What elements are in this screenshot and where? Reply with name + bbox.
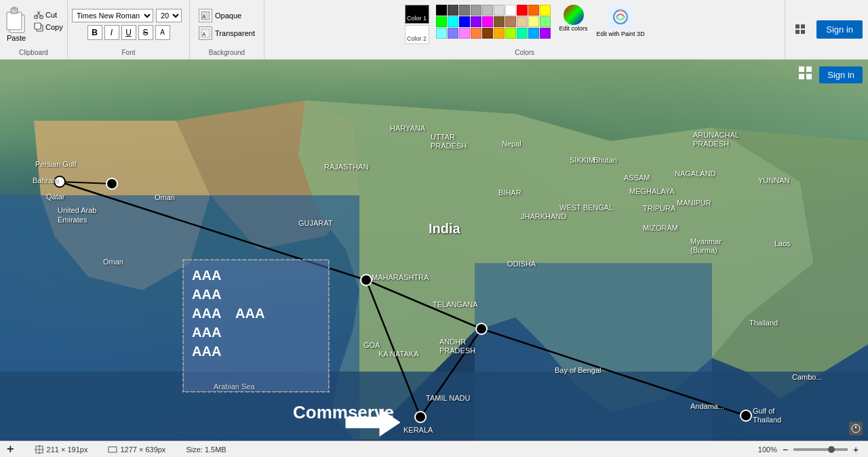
text-outline-button[interactable]: A bbox=[155, 25, 170, 40]
svg-rect-52 bbox=[108, 447, 117, 452]
color-swatch[interactable] bbox=[528, 28, 539, 39]
color-swatch[interactable] bbox=[528, 5, 539, 16]
compass-icon bbox=[851, 424, 861, 433]
color-swatch[interactable] bbox=[471, 5, 481, 16]
svg-rect-19 bbox=[795, 30, 800, 34]
font-size-select[interactable]: 20 bbox=[156, 9, 182, 22]
edit-colors-icon bbox=[564, 5, 584, 25]
color-swatch[interactable] bbox=[482, 5, 493, 16]
color-swatch[interactable] bbox=[471, 16, 481, 27]
bold-button[interactable]: B bbox=[87, 25, 102, 40]
svg-text:A: A bbox=[202, 31, 206, 37]
crosshair-symbol: + bbox=[7, 442, 14, 456]
svg-rect-43 bbox=[799, 66, 804, 72]
opaque-button[interactable]: A Opaque bbox=[196, 7, 258, 24]
zoom-in-button[interactable]: + bbox=[850, 444, 861, 455]
svg-rect-1 bbox=[7, 12, 22, 30]
cursor-pos-icon bbox=[35, 445, 44, 454]
svg-rect-14 bbox=[608, 5, 633, 29]
toolbar: Paste Cut Copy bbox=[0, 0, 868, 60]
zoom-controls: 100% − + bbox=[758, 444, 861, 455]
scissors-icon bbox=[34, 10, 43, 20]
paint3d-icon bbox=[608, 5, 633, 29]
map-background bbox=[0, 60, 868, 441]
paste-icon bbox=[4, 7, 28, 34]
cut-button[interactable]: Cut bbox=[33, 9, 64, 20]
color-swatch[interactable] bbox=[436, 28, 447, 39]
paste-button[interactable]: Paste bbox=[4, 7, 28, 42]
copy-icon bbox=[34, 22, 43, 32]
color-swatch[interactable] bbox=[494, 16, 505, 27]
transparent-icon: A bbox=[199, 26, 212, 40]
color-swatch[interactable] bbox=[459, 16, 470, 27]
dimensions-icon bbox=[108, 445, 117, 454]
clipboard-section: Paste Cut Copy bbox=[0, 0, 68, 59]
copy-button[interactable]: Copy bbox=[33, 22, 64, 33]
svg-rect-44 bbox=[806, 66, 812, 72]
color-swatch[interactable] bbox=[494, 5, 505, 16]
color-swatch[interactable] bbox=[482, 16, 493, 27]
svg-rect-20 bbox=[801, 30, 805, 34]
compass-button[interactable] bbox=[849, 422, 863, 435]
underline-button[interactable]: U bbox=[121, 25, 136, 40]
cursor-position: 211 × 191px bbox=[35, 445, 88, 454]
background-section: A Opaque A Transparent Background bbox=[190, 0, 264, 59]
color-swatch[interactable] bbox=[436, 16, 447, 27]
color-swatch[interactable] bbox=[540, 16, 551, 27]
zoom-out-button[interactable]: − bbox=[780, 444, 791, 455]
color-swatch[interactable] bbox=[517, 16, 528, 27]
map-top-right: Sign in bbox=[797, 65, 863, 84]
file-size: Size: 1.5MB bbox=[186, 445, 226, 454]
map-area: Persian Gulf Bahrain Qatar United ArabEm… bbox=[0, 60, 868, 441]
color1-box[interactable]: Color 1 bbox=[405, 5, 429, 24]
color-swatch[interactable] bbox=[540, 5, 551, 16]
color-swatch[interactable] bbox=[459, 5, 470, 16]
svg-rect-45 bbox=[799, 74, 804, 79]
color-swatch[interactable] bbox=[540, 28, 551, 39]
color-swatch[interactable] bbox=[505, 28, 516, 39]
edit-paint3d-button[interactable]: Edit with Paint 3D bbox=[597, 5, 645, 37]
color-swatch[interactable] bbox=[459, 28, 470, 39]
apps-grid-map-button[interactable] bbox=[797, 65, 814, 84]
strikethrough-button[interactable]: S bbox=[138, 25, 153, 40]
color-swatch[interactable] bbox=[494, 28, 505, 39]
color-swatch[interactable] bbox=[448, 5, 458, 16]
colors-section: Color 1 Color 2 Edit colors bbox=[264, 0, 785, 59]
grid-map-icon bbox=[797, 65, 814, 81]
zoom-slider[interactable] bbox=[793, 448, 848, 451]
svg-rect-9 bbox=[35, 23, 41, 29]
svg-marker-48 bbox=[855, 425, 857, 429]
color-swatch[interactable] bbox=[436, 5, 447, 16]
svg-rect-18 bbox=[801, 24, 805, 28]
color-swatch[interactable] bbox=[482, 28, 493, 39]
italic-button[interactable]: I bbox=[104, 25, 119, 40]
color-swatch[interactable] bbox=[471, 28, 481, 39]
color-swatches bbox=[436, 5, 551, 39]
svg-text:A: A bbox=[202, 14, 206, 20]
zoom-thumb bbox=[828, 446, 835, 453]
apps-grid-button[interactable] bbox=[791, 20, 811, 40]
font-name-select[interactable]: Times New Roman bbox=[72, 9, 153, 22]
image-dimensions: 1277 × 639px bbox=[108, 445, 165, 454]
statusbar: + 211 × 191px 1277 × 639px Size: 1.5MB 1… bbox=[0, 441, 868, 457]
edit-colors-button[interactable]: Edit colors bbox=[559, 5, 589, 32]
svg-rect-3 bbox=[12, 7, 16, 9]
color-swatch[interactable] bbox=[517, 5, 528, 16]
font-section: Times New Roman 20 B I U S A Font bbox=[68, 0, 190, 59]
opaque-icon: A bbox=[199, 9, 212, 22]
color-swatch[interactable] bbox=[448, 16, 458, 27]
color-swatch[interactable] bbox=[505, 16, 516, 27]
color2-box[interactable]: Color 2 bbox=[405, 25, 429, 44]
signin-map-button[interactable]: Sign in bbox=[819, 66, 863, 83]
color-swatch[interactable] bbox=[517, 28, 528, 39]
color-swatch[interactable] bbox=[448, 28, 458, 39]
right-area: Sign in bbox=[785, 0, 868, 59]
color-swatch[interactable] bbox=[505, 5, 516, 16]
grid-icon bbox=[794, 23, 808, 37]
signin-button[interactable]: Sign in bbox=[816, 20, 863, 39]
color-swatch[interactable] bbox=[528, 16, 539, 27]
svg-rect-46 bbox=[806, 74, 812, 79]
transparent-button[interactable]: A Transparent bbox=[196, 25, 258, 41]
svg-rect-17 bbox=[795, 24, 800, 28]
svg-point-16 bbox=[619, 9, 622, 12]
